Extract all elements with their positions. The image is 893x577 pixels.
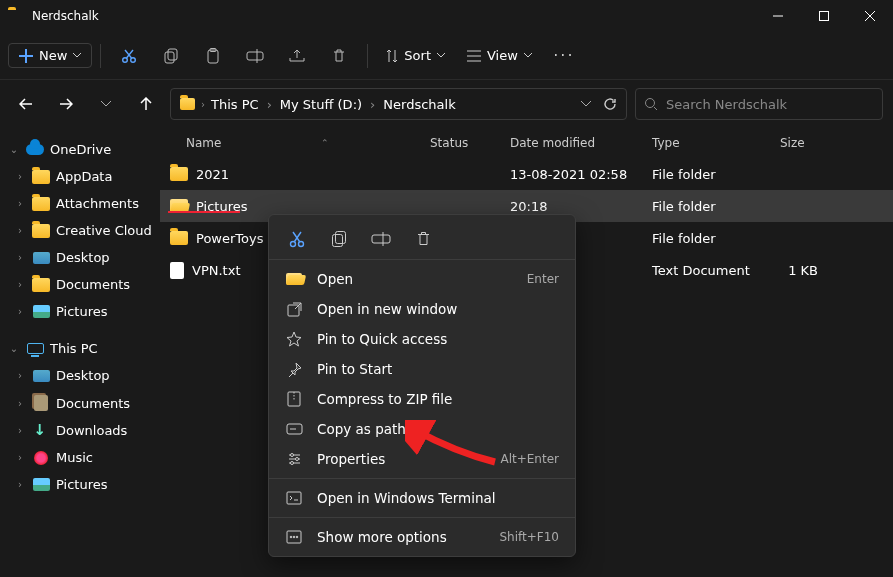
- view-button[interactable]: View: [457, 38, 542, 74]
- sidebar-group[interactable]: ⌄OneDrive: [0, 136, 160, 163]
- sidebar-item[interactable]: ›Documents: [0, 271, 160, 298]
- copy-button[interactable]: [151, 38, 191, 74]
- refresh-button[interactable]: [600, 97, 620, 111]
- item-icon: [32, 197, 50, 211]
- menu-label: Compress to ZIP file: [317, 391, 545, 407]
- sidebar-label: Creative Cloud: [56, 223, 152, 238]
- col-status[interactable]: Status: [420, 136, 500, 150]
- context-menu-item[interactable]: Pin to Quick access: [269, 324, 575, 354]
- props-icon: [285, 452, 303, 466]
- sort-button[interactable]: Sort: [376, 38, 455, 74]
- svg-rect-25: [372, 235, 390, 243]
- col-size[interactable]: Size: [770, 136, 838, 150]
- context-menu-item[interactable]: Pin to Start: [269, 354, 575, 384]
- file-type: File folder: [642, 167, 770, 182]
- delete-action[interactable]: [411, 227, 435, 251]
- new-label: New: [39, 48, 67, 63]
- context-menu-item[interactable]: Show more optionsShift+F10: [269, 522, 575, 552]
- breadcrumb[interactable]: This PC: [209, 97, 261, 112]
- rename-action[interactable]: [369, 227, 393, 251]
- folder-open-icon: [285, 273, 303, 285]
- group-icon: [26, 144, 44, 155]
- sidebar-item[interactable]: ›Attachments: [0, 190, 160, 217]
- search-box[interactable]: Search Nerdschalk: [635, 88, 883, 120]
- context-menu-item[interactable]: PropertiesAlt+Enter: [269, 444, 575, 474]
- svg-point-42: [296, 536, 298, 538]
- group-icon: [26, 343, 44, 354]
- menu-label: Properties: [317, 451, 486, 467]
- svg-rect-9: [165, 52, 174, 63]
- sort-label: Sort: [404, 48, 431, 63]
- sidebar-item[interactable]: ›Downloads: [0, 417, 160, 444]
- share-button[interactable]: [277, 38, 317, 74]
- context-menu-item[interactable]: OpenEnter: [269, 264, 575, 294]
- recent-button[interactable]: [90, 88, 122, 120]
- sidebar-item[interactable]: ›Desktop: [0, 244, 160, 271]
- sidebar-item[interactable]: ›Pictures: [0, 471, 160, 498]
- maximize-button[interactable]: [801, 0, 847, 32]
- col-name[interactable]: Name⌃: [160, 136, 420, 150]
- file-date: 20:18: [500, 199, 642, 214]
- close-button[interactable]: [847, 0, 893, 32]
- col-date[interactable]: Date modified: [500, 136, 642, 150]
- svg-rect-23: [336, 232, 346, 244]
- cut-button[interactable]: [109, 38, 149, 74]
- cut-action[interactable]: [285, 227, 309, 251]
- context-menu-item[interactable]: Open in new window: [269, 294, 575, 324]
- view-label: View: [487, 48, 518, 63]
- chevron-icon: ›: [14, 225, 26, 236]
- back-button[interactable]: [10, 88, 42, 120]
- up-button[interactable]: [130, 88, 162, 120]
- address-bar[interactable]: › This PC › My Stuff (D:) › Nerdschalk: [170, 88, 627, 120]
- item-icon: [32, 170, 50, 184]
- rename-button[interactable]: [235, 38, 275, 74]
- breadcrumb[interactable]: My Stuff (D:): [278, 97, 364, 112]
- svg-point-4: [123, 57, 128, 62]
- new-button[interactable]: New: [8, 43, 92, 68]
- sidebar-item[interactable]: ›Desktop: [0, 362, 160, 389]
- svg-rect-8: [168, 49, 177, 60]
- sidebar-label: Music: [56, 450, 93, 465]
- window-title: Nerdschalk: [32, 9, 755, 23]
- forward-button[interactable]: [50, 88, 82, 120]
- command-bar: New Sort View ···: [0, 32, 893, 80]
- col-type[interactable]: Type: [642, 136, 770, 150]
- context-menu-item[interactable]: Compress to ZIP file: [269, 384, 575, 414]
- chevron-down-icon: [73, 53, 81, 58]
- file-row[interactable]: 202113-08-2021 02:58File folder: [160, 158, 893, 190]
- delete-button[interactable]: [319, 38, 359, 74]
- context-menu-item[interactable]: Copy as path: [269, 414, 575, 444]
- dropdown-icon[interactable]: [576, 101, 596, 107]
- svg-point-41: [293, 536, 295, 538]
- copy-action[interactable]: [327, 227, 351, 251]
- file-type: File folder: [642, 231, 770, 246]
- svg-point-17: [646, 99, 655, 108]
- file-name: PowerToys: [196, 231, 263, 246]
- more-icon: [285, 530, 303, 544]
- context-menu-item[interactable]: Open in Windows Terminal: [269, 483, 575, 513]
- sidebar-item[interactable]: ›Pictures: [0, 298, 160, 325]
- sidebar-label: Downloads: [56, 423, 127, 438]
- menu-label: Pin to Quick access: [317, 331, 545, 347]
- chevron-icon: ›: [14, 370, 26, 381]
- sidebar-label: This PC: [50, 341, 98, 356]
- sidebar-group[interactable]: ⌄This PC: [0, 335, 160, 362]
- chevron-icon: ›: [14, 452, 26, 463]
- item-icon: [32, 278, 50, 292]
- sidebar-item[interactable]: ›Music: [0, 444, 160, 471]
- sidebar-item[interactable]: ›AppData: [0, 163, 160, 190]
- search-icon: [644, 97, 658, 111]
- item-icon: [32, 478, 50, 491]
- breadcrumb[interactable]: Nerdschalk: [381, 97, 457, 112]
- sidebar-item[interactable]: ›Documents: [0, 389, 160, 417]
- svg-point-19: [291, 242, 296, 247]
- more-button[interactable]: ···: [544, 38, 584, 74]
- chevron-icon: ›: [14, 252, 26, 263]
- sidebar-label: Desktop: [56, 368, 110, 383]
- file-size: 1 KB: [770, 263, 838, 278]
- svg-point-40: [290, 536, 292, 538]
- minimize-button[interactable]: [755, 0, 801, 32]
- paste-button[interactable]: [193, 38, 233, 74]
- item-icon: [32, 423, 50, 438]
- sidebar-item[interactable]: ›Creative Cloud: [0, 217, 160, 244]
